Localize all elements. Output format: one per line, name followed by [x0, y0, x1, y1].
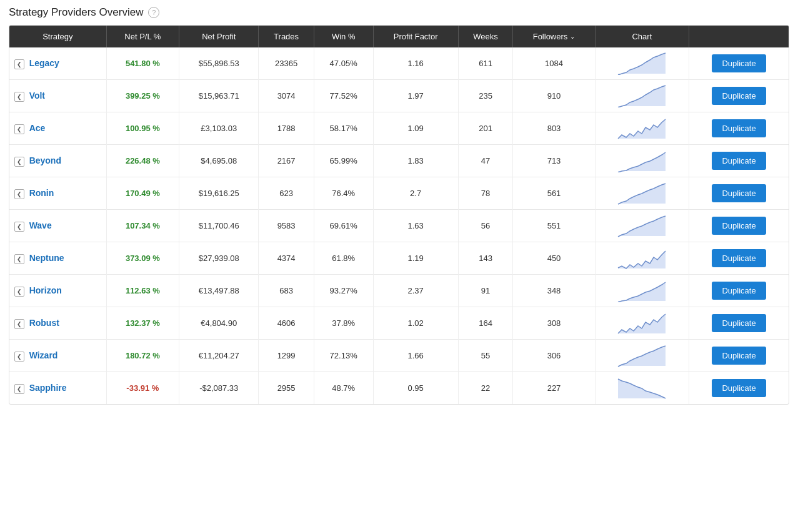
- action-cell: Duplicate: [689, 145, 789, 177]
- strategy-name[interactable]: Robust: [29, 318, 59, 328]
- col-weeks: Weeks: [458, 26, 513, 47]
- action-cell: Duplicate: [689, 307, 789, 340]
- weeks-cell: 22: [458, 372, 513, 405]
- net-pl-cell: 170.49 %: [106, 177, 179, 210]
- svg-marker-8: [618, 314, 666, 333]
- net-profit-value: $15,963.71: [199, 91, 239, 101]
- duplicate-button[interactable]: Duplicate: [712, 54, 766, 72]
- duplicate-button[interactable]: Duplicate: [712, 119, 766, 137]
- net-pl-value: 373.09 %: [126, 254, 160, 263]
- net-pl-cell: 180.72 %: [106, 340, 179, 372]
- expand-button[interactable]: ❮: [14, 319, 24, 329]
- net-profit-value: $4,695.08: [201, 156, 237, 165]
- net-profit-value: -$2,087.33: [199, 383, 238, 393]
- win-pct-value: 93.27%: [330, 286, 357, 295]
- net-pl-value: 399.25 %: [126, 91, 160, 101]
- svg-marker-7: [618, 282, 666, 302]
- trades-cell: 1788: [259, 112, 314, 145]
- duplicate-button[interactable]: Duplicate: [712, 152, 766, 170]
- expand-button[interactable]: ❮: [14, 92, 24, 102]
- expand-button[interactable]: ❮: [14, 189, 24, 199]
- expand-button[interactable]: ❮: [14, 124, 24, 134]
- profit-factor-cell: 1.19: [373, 242, 458, 275]
- profit-factor-value: 1.97: [407, 91, 423, 101]
- expand-button[interactable]: ❮: [14, 287, 24, 297]
- strategy-cell: ❮ Robust: [9, 307, 106, 340]
- weeks-cell: 55: [458, 340, 513, 372]
- duplicate-button[interactable]: Duplicate: [712, 282, 766, 300]
- duplicate-button[interactable]: Duplicate: [712, 87, 766, 105]
- table-row: ❮ Neptune 373.09 % $27,939.08 4374 61.8%…: [9, 242, 789, 275]
- net-pl-value: 100.95 %: [126, 124, 160, 133]
- duplicate-button[interactable]: Duplicate: [712, 314, 766, 332]
- col-chart: Chart: [595, 26, 689, 47]
- trades-value: 2955: [277, 383, 296, 393]
- strategy-name[interactable]: Wizard: [29, 350, 58, 360]
- duplicate-button[interactable]: Duplicate: [712, 379, 766, 397]
- strategy-name[interactable]: Ace: [29, 123, 46, 133]
- action-cell: Duplicate: [689, 47, 789, 80]
- net-profit-cell: £3,103.03: [179, 112, 259, 145]
- trades-cell: 2167: [259, 145, 314, 177]
- table-row: ❮ Volt 399.25 % $15,963.71 3074 77.52% 1…: [9, 80, 789, 112]
- profit-factor-cell: 2.37: [373, 275, 458, 307]
- strategy-name[interactable]: Beyond: [29, 155, 61, 165]
- expand-button[interactable]: ❮: [14, 157, 24, 167]
- win-pct-cell: 72.13%: [314, 340, 373, 372]
- win-pct-value: 47.05%: [330, 59, 357, 68]
- profit-factor-value: 0.95: [407, 383, 423, 393]
- profit-factor-value: 1.19: [407, 254, 423, 263]
- chart-cell: [595, 307, 689, 340]
- weeks-value: 55: [481, 351, 490, 360]
- net-profit-cell: $15,963.71: [179, 80, 259, 112]
- net-pl-cell: 541.80 %: [106, 47, 179, 80]
- net-profit-value: €4,804.90: [201, 318, 237, 328]
- followers-cell: 551: [513, 210, 595, 242]
- col-followers[interactable]: Followers ⌄: [513, 26, 595, 47]
- expand-button[interactable]: ❮: [14, 59, 24, 69]
- expand-button[interactable]: ❮: [14, 384, 24, 394]
- duplicate-button[interactable]: Duplicate: [712, 217, 766, 235]
- duplicate-button[interactable]: Duplicate: [712, 347, 766, 365]
- strategy-name[interactable]: Horizon: [29, 285, 62, 295]
- table-row: ❮ Beyond 226.48 % $4,695.08 2167 65.99% …: [9, 145, 789, 177]
- net-profit-cell: $4,695.08: [179, 145, 259, 177]
- duplicate-button[interactable]: Duplicate: [712, 249, 766, 267]
- weeks-value: 91: [481, 286, 490, 295]
- followers-cell: 1084: [513, 47, 595, 80]
- profit-factor-cell: 1.02: [373, 307, 458, 340]
- expand-button[interactable]: ❮: [14, 254, 24, 264]
- win-pct-cell: 93.27%: [314, 275, 373, 307]
- followers-cell: 450: [513, 242, 595, 275]
- followers-value: 713: [547, 156, 561, 165]
- followers-cell: 308: [513, 307, 595, 340]
- win-pct-cell: 69.61%: [314, 210, 373, 242]
- net-pl-value: -33.91 %: [126, 383, 159, 393]
- strategy-name[interactable]: Legacy: [29, 58, 59, 68]
- strategy-name[interactable]: Sapphire: [29, 383, 67, 393]
- strategy-name[interactable]: Volt: [29, 91, 45, 101]
- strategy-name[interactable]: Neptune: [29, 253, 64, 263]
- weeks-value: 611: [479, 59, 492, 68]
- expand-button[interactable]: ❮: [14, 352, 24, 362]
- action-cell: Duplicate: [689, 242, 789, 275]
- net-profit-value: €13,497.88: [199, 286, 239, 295]
- col-action: [689, 26, 789, 47]
- strategy-cell: ❮ Ace: [9, 112, 106, 145]
- col-profit-factor: Profit Factor: [373, 26, 458, 47]
- win-pct-value: 76.4%: [332, 189, 355, 198]
- chart-cell: [595, 372, 689, 405]
- profit-factor-cell: 2.7: [373, 177, 458, 210]
- profit-factor-cell: 0.95: [373, 372, 458, 405]
- strategy-name[interactable]: Wave: [29, 220, 52, 230]
- profit-factor-value: 2.7: [410, 189, 421, 198]
- duplicate-button[interactable]: Duplicate: [712, 184, 766, 202]
- col-trades: Trades: [259, 26, 314, 47]
- help-icon[interactable]: ?: [148, 7, 159, 18]
- net-pl-cell: 100.95 %: [106, 112, 179, 145]
- strategy-name[interactable]: Ronin: [29, 188, 54, 198]
- trades-value: 9583: [277, 221, 296, 230]
- followers-cell: 910: [513, 80, 595, 112]
- expand-button[interactable]: ❮: [14, 222, 24, 232]
- net-pl-value: 541.80 %: [126, 59, 160, 68]
